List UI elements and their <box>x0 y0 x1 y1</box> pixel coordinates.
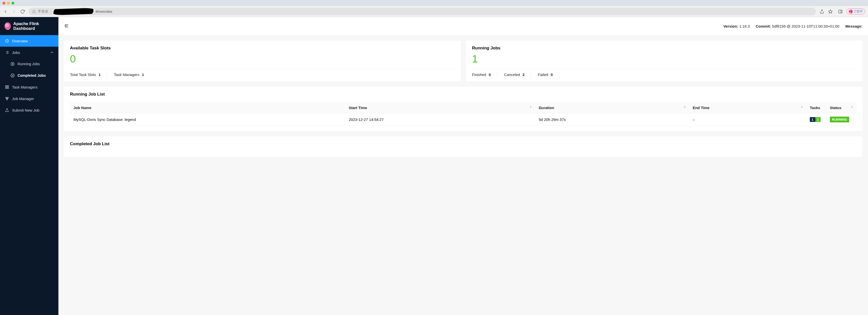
dashboard-icon <box>5 39 9 43</box>
app-title: Apache Flink Dashboard <box>13 21 54 31</box>
back-button[interactable] <box>3 9 8 14</box>
running-jobs-value: 1 <box>472 53 857 65</box>
insecure-icon <box>32 9 36 13</box>
canceled-value: 2 <box>523 72 525 77</box>
cell-duration: 5d 20h 29m 37s <box>535 113 689 126</box>
play-circle-icon <box>10 62 14 66</box>
app-logo-row[interactable]: Apache Flink Dashboard <box>0 17 58 35</box>
cell-tasks: 11 <box>806 113 826 126</box>
list-icon <box>5 51 9 55</box>
svg-point-13 <box>11 74 14 77</box>
task-badge-total: 1 <box>810 117 815 122</box>
available-slots-value: 0 <box>70 53 455 65</box>
svg-rect-19 <box>7 97 8 98</box>
col-end-time[interactable]: End Time▲▼ <box>689 102 806 113</box>
card-running-jobs: Running Jobs 1 Finished0 Canceled2 Faile… <box>466 41 863 81</box>
panel-title: Completed Job List <box>70 141 857 147</box>
message-label: Message: <box>845 24 863 28</box>
total-slots-label: Total Task Slots <box>70 72 96 77</box>
col-job-name[interactable]: Job Name <box>70 102 345 113</box>
sidebar-item-label: Job Manager <box>12 97 34 101</box>
browser-toolbar: 不安全 | #/overview 化城 已暂停 <box>0 6 868 17</box>
commit-value: 5df8156 @ 2023-11-10T11:00:33+01:00 <box>772 24 839 28</box>
svg-marker-1 <box>829 9 832 13</box>
address-bar[interactable]: 不安全 | #/overview <box>29 8 816 15</box>
grid-icon <box>5 85 9 89</box>
reload-button[interactable] <box>20 9 25 14</box>
task-managers-value: 1 <box>142 72 144 77</box>
topbar: Version: 1.16.3 Commit: 5df8156 @ 2023-1… <box>58 17 868 35</box>
failed-label: Failed <box>538 72 548 77</box>
window-close-icon[interactable] <box>2 2 5 4</box>
share-button[interactable] <box>819 9 825 14</box>
profile-badge[interactable]: 化城 已暂停 <box>846 8 865 14</box>
svg-point-11 <box>11 62 14 65</box>
profile-status: 已暂停 <box>854 9 863 13</box>
commit-label: Commit: <box>756 24 771 28</box>
sidebar-item-label: Task Managers <box>12 85 38 89</box>
sidebar-item-jobs[interactable]: Jobs <box>0 46 58 58</box>
flink-logo-icon <box>4 22 11 30</box>
task-badge-running: 1 <box>815 117 821 122</box>
version-label: Version: <box>723 24 738 28</box>
sidebar-item-label: Overview <box>12 39 28 43</box>
sort-icon[interactable]: ▲▼ <box>851 105 853 108</box>
forward-button[interactable] <box>11 9 17 14</box>
insecure-label: 不安全 <box>38 9 49 14</box>
sidebar-item-label: Running Jobs <box>18 62 40 66</box>
svg-rect-20 <box>6 99 7 100</box>
chevron-up-icon <box>50 51 54 55</box>
svg-rect-14 <box>5 86 7 87</box>
cluster-icon <box>5 97 9 101</box>
redacted-host <box>53 8 94 15</box>
profile-avatar-icon: 化城 <box>849 9 853 13</box>
sidebar-item-label: Completed Jobs <box>18 73 46 77</box>
collapse-sidebar-button[interactable] <box>64 23 69 29</box>
canceled-label: Canceled <box>504 72 520 77</box>
sidebar-item-submit-job[interactable]: Submit New Job <box>0 104 58 116</box>
window-controls[interactable] <box>2 2 14 4</box>
cell-end-time: – <box>689 113 806 126</box>
window-minimize-icon[interactable] <box>7 2 10 4</box>
sidebar-item-task-managers[interactable]: Task Managers <box>0 81 58 93</box>
browser-tab-strip <box>0 0 868 6</box>
panel-button[interactable] <box>838 9 843 14</box>
sidebar-item-running-jobs[interactable]: Running Jobs <box>0 58 58 70</box>
sidebar-item-job-manager[interactable]: Job Manager <box>0 93 58 104</box>
col-duration[interactable]: Duration▲▼ <box>535 102 689 113</box>
running-jobs-table: Job Name Start Time▲▼ Duration▲▼ End Tim… <box>70 102 857 126</box>
menu-fold-icon <box>64 23 69 28</box>
panel-title: Running Job List <box>70 92 857 97</box>
cell-status: RUNNING <box>826 113 857 126</box>
sort-icon[interactable]: ▲▼ <box>530 105 532 108</box>
sort-icon[interactable]: ▲▼ <box>801 105 803 108</box>
bookmark-button[interactable] <box>828 9 833 14</box>
finished-label: Finished <box>472 72 487 77</box>
failed-value: 0 <box>551 72 553 77</box>
card-task-slots: Available Task Slots 0 Total Task Slots1… <box>64 41 461 81</box>
col-status[interactable]: Status▲▼ <box>826 102 857 113</box>
task-managers-label: Task Managers <box>114 72 140 77</box>
svg-marker-12 <box>12 63 13 64</box>
sidebar-item-completed-jobs[interactable]: Completed Jobs <box>0 70 58 81</box>
upload-icon <box>5 108 9 112</box>
finished-value: 0 <box>489 72 491 77</box>
sort-icon[interactable]: ▲▼ <box>684 105 686 108</box>
url-path: #/overview <box>95 9 112 13</box>
sidebar-item-overview[interactable]: Overview <box>0 35 58 46</box>
col-start-time[interactable]: Start Time▲▼ <box>345 102 535 113</box>
sidebar-item-label: Submit New Job <box>12 108 39 113</box>
col-tasks[interactable]: Tasks <box>806 102 826 113</box>
main-content: Version: 1.16.3 Commit: 5df8156 @ 2023-1… <box>58 17 868 315</box>
svg-rect-15 <box>7 86 8 87</box>
check-circle-icon <box>10 73 14 77</box>
window-maximize-icon[interactable] <box>11 2 14 4</box>
tab-strip[interactable] <box>17 0 866 6</box>
running-job-list-panel: Running Job List Job Name Start Time▲▼ D… <box>64 87 863 131</box>
sidebar-item-label: Jobs <box>12 51 20 55</box>
svg-rect-2 <box>839 10 842 13</box>
sidebar: Apache Flink Dashboard Overview Jobs Run… <box>0 17 58 315</box>
card-title: Available Task Slots <box>70 45 455 51</box>
table-row[interactable]: MySQL-Doris Sync Database: legend 2023-1… <box>70 113 857 126</box>
status-badge: RUNNING <box>830 117 849 122</box>
